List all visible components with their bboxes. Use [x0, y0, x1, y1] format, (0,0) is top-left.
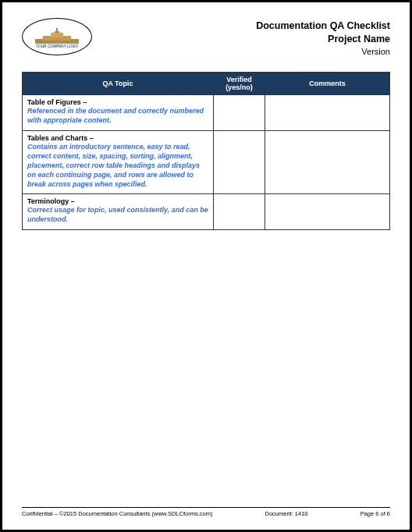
company-logo: YOUR COMPANY LOGO: [22, 18, 92, 55]
cell-verified: [213, 194, 265, 229]
cell-verified: [213, 95, 265, 130]
col-header-topic: QA Topic: [23, 72, 214, 95]
topic-desc: Referenced in the document and correctly…: [27, 106, 208, 125]
cell-verified: [213, 130, 265, 194]
table-row: Terminology – Correct usage for topic, u…: [23, 194, 390, 229]
topic-title: Table of Figures –: [27, 98, 208, 106]
topic-desc: Contains an introductory sentence, easy …: [27, 142, 208, 190]
cell-topic: Tables and Charts – Contains an introduc…: [23, 130, 214, 194]
topic-title: Terminology –: [27, 197, 208, 205]
col-header-comments: Comments: [265, 72, 389, 95]
cell-topic: Table of Figures – Referenced in the doc…: [23, 95, 214, 130]
footer-mid: Document: 1410: [265, 510, 307, 517]
footer-divider: [22, 507, 390, 508]
footer-text-row: Confidential – ©2015 Documentation Consu…: [22, 510, 390, 517]
cell-comments: [265, 194, 389, 229]
capitol-icon: [35, 28, 79, 44]
doc-title-2: Project Name: [256, 33, 390, 46]
cell-comments: [265, 130, 389, 194]
cell-topic: Terminology – Correct usage for topic, u…: [23, 194, 214, 229]
topic-title: Tables and Charts –: [27, 134, 208, 142]
topic-desc: Correct usage for topic, used consistent…: [27, 205, 208, 224]
page-header: YOUR COMPANY LOGO Documentation QA Check…: [22, 18, 390, 58]
doc-title-1: Documentation QA Checklist: [256, 20, 390, 33]
table-header-row: QA Topic Verified (yes/no) Comments: [23, 72, 390, 95]
title-block: Documentation QA Checklist Project Name …: [256, 18, 390, 58]
table-row: Tables and Charts – Contains an introduc…: [23, 130, 390, 194]
svg-rect-3: [56, 28, 57, 30]
doc-version: Version: [256, 46, 390, 58]
footer-right: Page 6 of 6: [360, 510, 390, 517]
col-header-verified: Verified (yes/no): [213, 72, 265, 95]
cell-comments: [265, 95, 389, 130]
page-footer: Confidential – ©2015 Documentation Consu…: [22, 507, 390, 517]
table-row: Table of Figures – Referenced in the doc…: [23, 95, 390, 130]
svg-rect-2: [51, 33, 63, 37]
document-page: YOUR COMPANY LOGO Documentation QA Check…: [0, 0, 412, 532]
qa-checklist-table: QA Topic Verified (yes/no) Comments Tabl…: [22, 72, 390, 230]
logo-caption: YOUR COMPANY LOGO: [36, 44, 78, 48]
footer-left: Confidential – ©2015 Documentation Consu…: [22, 510, 212, 517]
